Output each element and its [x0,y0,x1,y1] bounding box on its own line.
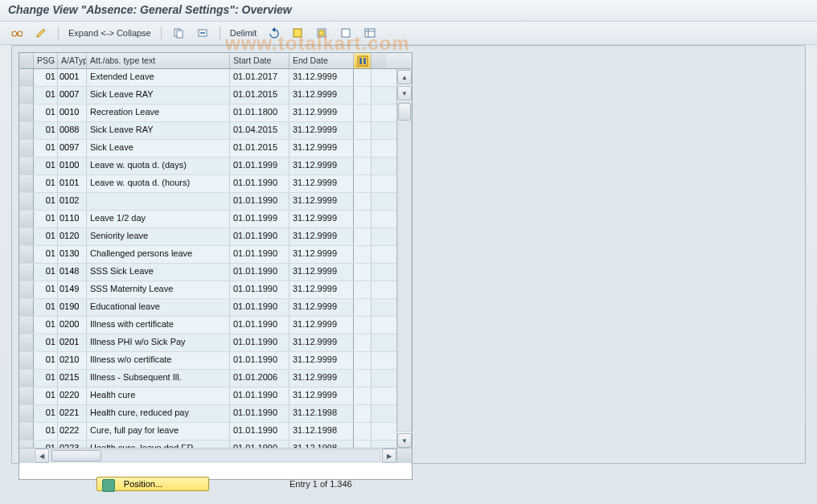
row-selector[interactable] [19,317,34,334]
row-selector[interactable] [19,228,34,245]
table-row[interactable]: 010149SSS Maternity Leave01.01.199031.12… [19,281,397,299]
cell-type[interactable]: 0200 [58,317,87,334]
table-row[interactable]: 010215Illness - Subsequent Ill.01.01.200… [19,370,397,387]
scroll-left-button[interactable]: ◀ [35,449,49,463]
cell-psg[interactable]: 01 [34,158,58,174]
cell-start[interactable]: 01.01.1990 [230,228,289,245]
cell-end[interactable]: 31.12.9999 [289,122,354,139]
header-aatype[interactable]: A/AType [58,53,87,68]
cell-end[interactable]: 31.12.1998 [289,405,354,422]
cell-type[interactable]: 0220 [58,387,87,404]
table-settings-button[interactable] [359,25,380,41]
scroll-down-step-button[interactable]: ▼ [397,86,412,100]
cell-text[interactable]: Sick Leave [87,140,230,157]
delete-button[interactable] [192,25,213,41]
scroll-up-button[interactable]: ▲ [397,70,412,84]
cell-type[interactable]: 0010 [58,104,87,121]
cell-psg[interactable]: 01 [34,352,58,369]
position-button[interactable]: Position... [96,477,209,491]
row-selector[interactable] [19,158,34,174]
cell-type[interactable]: 0101 [58,175,87,192]
cell-psg[interactable]: 01 [34,317,58,334]
cell-psg[interactable]: 01 [34,264,58,281]
copy-as-button[interactable] [168,25,189,41]
cell-text[interactable]: Recreation Leave [87,104,230,121]
cell-text[interactable]: Health cure, reduced pay [87,405,230,422]
table-row[interactable]: 010010Recreation Leave01.01.180031.12.99… [19,104,397,122]
table-row[interactable]: 010007Sick Leave RAY01.01.201531.12.9999 [19,87,397,104]
cell-start[interactable]: 01.01.1999 [230,158,289,174]
row-selector[interactable] [19,370,34,387]
cell-text[interactable]: Sick Leave RAY [87,122,230,139]
cell-text[interactable]: Leave 1/2 day [87,211,230,227]
cell-start[interactable]: 01.01.1990 [230,175,289,192]
cell-end[interactable]: 31.12.9999 [289,193,354,210]
cell-start[interactable]: 01.01.1990 [230,387,289,404]
cell-end[interactable]: 31.12.9999 [289,264,354,281]
row-selector[interactable] [19,104,34,121]
cell-start[interactable]: 01.01.1990 [230,246,289,263]
delimit-button[interactable]: Delimit [227,28,261,38]
cell-type[interactable]: 0148 [58,264,87,281]
table-row[interactable]: 010120Seniority leave01.01.199031.12.999… [19,228,397,246]
row-selector[interactable] [19,281,34,298]
cell-text[interactable]: Illness PHI w/o Sick Pay [87,334,230,351]
cell-start[interactable]: 01.01.1990 [230,352,289,369]
hscroll-thumb[interactable] [51,450,101,461]
table-row[interactable]: 010190Educational leave01.01.199031.12.9… [19,299,397,317]
cell-psg[interactable]: 01 [34,69,58,86]
header-text[interactable]: Att./abs. type text [87,53,230,68]
table-row[interactable]: 010001Extended Leave01.01.201731.12.9999 [19,69,397,87]
cell-type[interactable]: 0201 [58,334,87,351]
cell-end[interactable]: 31.12.9999 [289,299,354,316]
cell-psg[interactable]: 01 [34,387,58,404]
cell-start[interactable]: 01.01.1990 [230,299,289,316]
cell-start[interactable]: 01.01.1990 [230,264,289,281]
row-selector[interactable] [19,299,34,316]
cell-start[interactable]: 01.01.2015 [230,87,289,104]
cell-type[interactable]: 0221 [58,405,87,422]
row-selector[interactable] [19,405,34,422]
header-end[interactable]: End Date [289,53,354,68]
cell-text[interactable]: Educational leave [87,299,230,316]
cell-psg[interactable]: 01 [34,228,58,245]
table-row[interactable]: 010100Leave w. quota d. (days)01.01.1999… [19,158,397,175]
row-selector[interactable] [19,423,34,440]
cell-type[interactable]: 0130 [58,246,87,263]
cell-text[interactable]: Illness with certificate [87,317,230,334]
cell-psg[interactable]: 01 [34,104,58,121]
cell-start[interactable]: 01.01.1990 [230,405,289,422]
cell-end[interactable]: 31.12.9999 [289,281,354,298]
table-row[interactable]: 010221Health cure, reduced pay01.01.1990… [19,405,397,423]
row-selector[interactable] [19,264,34,281]
cell-text[interactable]: Seniority leave [87,228,230,245]
cell-end[interactable]: 31.12.1998 [289,423,354,440]
cell-type[interactable]: 0120 [58,228,87,245]
cell-start[interactable]: 01.01.1800 [230,104,289,121]
row-selector[interactable] [19,140,34,157]
cell-type[interactable]: 0110 [58,211,87,227]
cell-type[interactable]: 0215 [58,370,87,387]
cell-type[interactable]: 0210 [58,352,87,369]
scroll-down-button[interactable]: ▼ [397,433,412,448]
cell-type[interactable]: 0001 [58,69,87,86]
cell-end[interactable]: 31.12.9999 [289,87,354,104]
table-row[interactable]: 010130Challenged persons leave01.01.1990… [19,246,397,264]
table-row[interactable]: 010220Health cure01.01.199031.12.9999 [19,387,397,405]
cell-text[interactable] [87,193,230,210]
cell-type[interactable]: 0007 [58,87,87,104]
header-start[interactable]: Start Date [230,53,289,68]
row-selector[interactable] [19,334,34,351]
hscroll-track[interactable] [51,449,380,462]
undo-change-button[interactable] [263,25,284,41]
cell-psg[interactable]: 01 [34,281,58,298]
row-selector[interactable] [19,246,34,263]
row-selector[interactable] [19,352,34,369]
cell-psg[interactable]: 01 [34,122,58,139]
scroll-track[interactable] [397,102,412,432]
cell-type[interactable]: 0100 [58,158,87,174]
cell-start[interactable]: 01.01.1990 [230,193,289,210]
scroll-right-button[interactable]: ▶ [382,449,396,463]
table-row[interactable]: 010088Sick Leave RAY01.04.201531.12.9999 [19,122,397,140]
cell-text[interactable]: Leave w. quota d. (hours) [87,175,230,192]
